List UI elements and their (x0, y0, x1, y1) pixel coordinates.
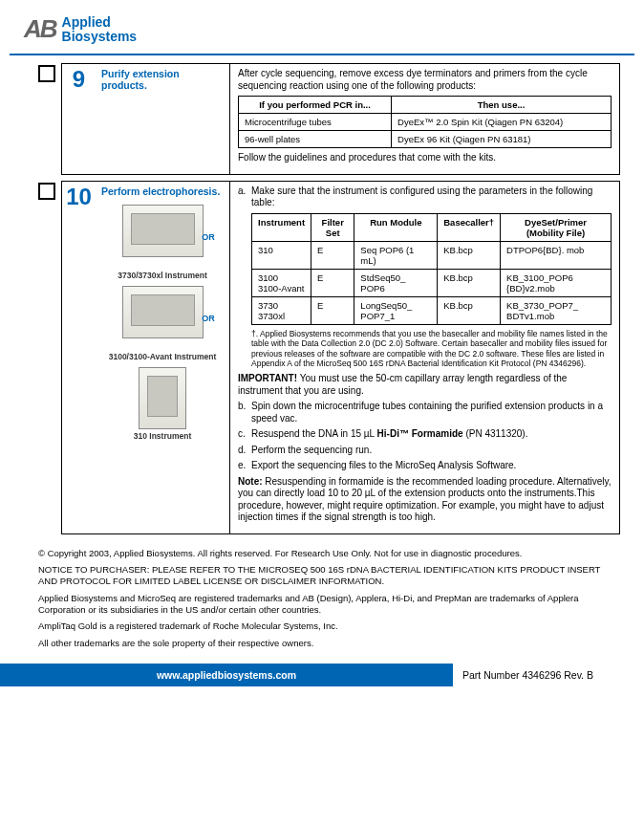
step-10-body: a.Make sure that the instrument is confi… (229, 181, 620, 534)
step-10-d: Perform the sequencing run. (251, 445, 372, 457)
td: Seq POP6 (1 mL) (354, 241, 438, 269)
step-9-table: If you performed PCR in... Then use... M… (238, 96, 612, 148)
td: 3100 3100-Avant (252, 269, 311, 296)
td: Microcentrifuge tubes (239, 114, 392, 131)
instrument-3100-image: OR 3100/3100-Avant Instrument (101, 286, 224, 361)
instrument-3730-image: OR 3730/3730xl Instrument (101, 205, 224, 280)
notice: NOTICE TO PURCHASER: PLEASE REFER TO THE… (38, 564, 620, 588)
td: StdSeq50_ POP6 (354, 269, 438, 296)
footer: www.appliedbiosystems.com Part Number 43… (0, 664, 644, 686)
td: KB_3730_POP7_ BDTv1.mob (501, 296, 612, 324)
header: AB Applied Biosystems (0, 0, 644, 54)
step-10-e: Export the sequencing files to the Micro… (251, 460, 516, 472)
footer-part-number: Part Number 4346296 Rev. B (453, 664, 644, 686)
step-10-c: Resuspend the DNA in 15 µL Hi-Di™ Formam… (251, 428, 527, 441)
step-9-number: 9 (61, 63, 96, 175)
td: E (311, 269, 354, 296)
dagger-note: †. Applied Biosystems recommends that yo… (251, 329, 612, 370)
instrument-310-image: 310 Instrument (101, 367, 224, 441)
trademarks-1: Applied Biosystems and MicroSeq are regi… (38, 593, 620, 617)
step-9-checkbox[interactable] (38, 65, 55, 82)
step-10-a: Make sure that the instrument is configu… (251, 185, 612, 209)
step-10-title: Perform electrophoresis. OR 3730/3730xl … (96, 181, 229, 534)
td: KB.bcp (438, 269, 501, 296)
td: 310 (252, 241, 311, 269)
electrophoresis-table: Instrument Filter Set Run Module Basecal… (251, 213, 612, 325)
step-10-number: 10 (61, 181, 96, 534)
or-label: OR (202, 314, 215, 323)
step-10-note: Note: Resuspending in formamide is the r… (238, 476, 612, 524)
step-9-row: 9 Purify extension products. After cycle… (38, 63, 620, 175)
th-run: Run Module (354, 213, 438, 241)
caption-3730: 3730/3730xl Instrument (101, 271, 224, 280)
td: E (311, 296, 354, 324)
td: LongSeq50_ POP7_1 (354, 296, 438, 324)
legal-block: © Copyright 2003, Applied Biosystems. Al… (0, 548, 644, 664)
th-use: Then use... (392, 97, 612, 114)
step-10-row: 10 Perform electrophoresis. OR 3730/3730… (38, 181, 620, 534)
step-9-outro: Follow the guidelines and procedures tha… (238, 152, 612, 164)
trademarks-2: AmpliTaq Gold is a registered trademark … (38, 620, 620, 632)
trademarks-3: All other trademarks are the sole proper… (38, 638, 620, 649)
td: KB.bcp (438, 241, 501, 269)
step-9-title: Purify extension products. (96, 63, 229, 175)
td: DTPOP6{BD}. mob (501, 241, 612, 269)
step-10-title-text: Perform electrophoresis. (101, 185, 220, 197)
divider (10, 54, 634, 55)
or-label: OR (202, 232, 215, 242)
logo-line2: Biosystems (62, 30, 138, 44)
important-note: IMPORTANT! You must use the 50-cm capill… (238, 373, 612, 397)
step-10-checkbox[interactable] (38, 183, 55, 200)
td: 96-well plates (239, 131, 392, 148)
logo-mark: AB (24, 14, 56, 44)
copyright: © Copyright 2003, Applied Biosystems. Al… (38, 548, 620, 559)
td: KB_3100_POP6 {BD}v2.mob (501, 269, 612, 296)
logo: AB Applied Biosystems (24, 14, 137, 44)
th-dye: DyeSet/Primer (Mobility File) (501, 213, 612, 241)
td: 3730 3730xl (252, 296, 311, 324)
th-pcr: If you performed PCR in... (239, 97, 392, 114)
td: DyeEx 96 Kit (Qiagen PN 63181) (392, 131, 612, 148)
caption-310: 310 Instrument (101, 431, 224, 441)
th-inst: Instrument (252, 213, 311, 241)
step-10-b: Spin down the microcentrifuge tubes cont… (251, 401, 612, 424)
footer-url: www.appliedbiosystems.com (0, 664, 453, 686)
th-filter: Filter Set (311, 213, 354, 241)
td: KB.bcp (438, 296, 501, 324)
step-9-intro: After cycle sequencing, remove excess dy… (238, 68, 612, 92)
caption-3100: 3100/3100-Avant Instrument (101, 352, 224, 361)
td: DyeEx™ 2.0 Spin Kit (Qiagen PN 63204) (392, 114, 612, 131)
logo-line1: Applied (62, 15, 138, 30)
th-base: Basecaller† (438, 213, 501, 241)
step-9-body: After cycle sequencing, remove excess dy… (229, 63, 620, 175)
td: E (311, 241, 354, 269)
